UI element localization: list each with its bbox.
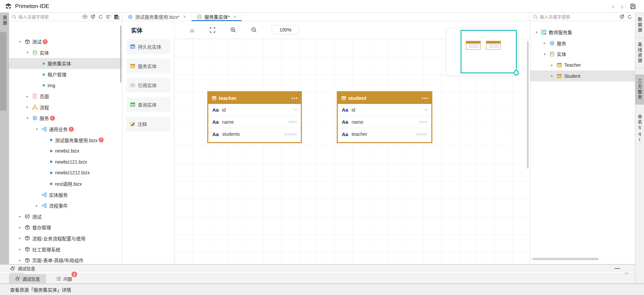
palette-item-query-entity[interactable]: 查询实体: [126, 97, 170, 112]
tree-item[interactable]: ▸ 社工管理系统: [9, 244, 122, 255]
caret-down-icon[interactable]: ▾: [26, 116, 32, 120]
caret-right-icon[interactable]: ▸: [26, 94, 32, 99]
new-module-icon[interactable]: [619, 14, 625, 19]
bottom-tab-debug[interactable]: 调试信息: [9, 274, 46, 283]
left-rail-scroll-thumb[interactable]: [0, 32, 6, 111]
zoom-level-display[interactable]: 100%: [272, 25, 299, 35]
entity-field[interactable]: Aa name name: [208, 116, 301, 128]
tab-entity-editor[interactable]: 服务集实体* ×: [192, 13, 242, 21]
rail-tab-resources[interactable]: 资源: [0, 15, 9, 26]
tree-item[interactable]: ▾ 通用业务 !: [9, 124, 122, 135]
entity-field[interactable]: Aa id id: [208, 104, 301, 116]
caret-right-icon[interactable]: ▸: [551, 63, 556, 67]
tree-item[interactable]: ▸ 流程-业务流程配置与使用: [9, 233, 122, 244]
rail-tab-named-sql[interactable]: 命名Sql: [635, 110, 644, 148]
tree-item[interactable]: rest调用.bizx: [9, 178, 122, 189]
close-icon[interactable]: ×: [233, 14, 236, 19]
tree-item[interactable]: 租户管理: [9, 69, 122, 80]
nav-back-icon[interactable]: ‹: [612, 3, 614, 10]
refresh-icon[interactable]: [98, 14, 103, 19]
tree-item[interactable]: 测试服务集使用.bizx !: [9, 134, 122, 145]
tree-item[interactable]: ▸ Teacher: [530, 60, 635, 71]
caret-right-icon[interactable]: ▸: [19, 247, 24, 251]
debug-panel-header[interactable]: 调试信息 —: [0, 264, 635, 272]
palette-item-persistent-entity[interactable]: 持久化实体: [126, 39, 170, 54]
tree-item[interactable]: ▸ 页面: [9, 91, 122, 102]
refresh-icon[interactable]: [627, 14, 632, 19]
sort-list-icon[interactable]: [106, 14, 111, 19]
rail-tab-third-party-services[interactable]: 三方服务: [635, 74, 644, 105]
tree-item[interactable]: ▾ 实体: [530, 49, 635, 60]
tree-scrollbar[interactable]: [120, 25, 121, 82]
caret-down-icon[interactable]: ▾: [544, 52, 549, 56]
entity-header[interactable]: teacher: [208, 92, 301, 104]
caret-down-icon[interactable]: ▾: [19, 40, 24, 44]
entity-field[interactable]: Aa teacher teacher: [338, 128, 431, 140]
entity-header[interactable]: student: [338, 92, 431, 104]
caret-down-icon[interactable]: ▾: [26, 50, 32, 55]
nav-forward-icon[interactable]: ›: [621, 3, 623, 10]
entity-card-student[interactable]: student Aa id id Aa name name Aa teacher…: [337, 91, 432, 143]
minimap[interactable]: [446, 28, 519, 76]
bottom-tab-problems[interactable]: 问题 1: [50, 274, 78, 283]
palette-item-reference-entity[interactable]: 引用实体: [126, 78, 170, 93]
caret-right-icon[interactable]: ▸: [19, 236, 24, 240]
tree-item[interactable]: newbiz.bizx: [9, 145, 122, 157]
more-menu-icon[interactable]: [291, 98, 298, 99]
tree-item[interactable]: ▸ 流程: [9, 102, 122, 113]
app-title: Primeton-IDE: [15, 3, 49, 10]
rail-tab-offline-resources[interactable]: 离线资源: [635, 38, 644, 68]
translate-icon[interactable]: 文A: [114, 14, 119, 19]
tree-item-selected[interactable]: 服务集实体: [9, 58, 122, 69]
caret-right-icon[interactable]: ▸: [26, 105, 32, 109]
tree-item[interactable]: ▸ 督办管理: [9, 222, 122, 233]
tree-item[interactable]: ▾ 实体: [9, 47, 122, 58]
caret-right-icon[interactable]: ▸: [19, 258, 24, 262]
minimap-resize-handle[interactable]: [514, 70, 519, 75]
tree-item[interactable]: 实体服务: [9, 189, 122, 200]
rail-tab-datasource[interactable]: 数据源: [635, 13, 644, 38]
entity-card-teacher[interactable]: teacher Aa id id Aa name name Aa student…: [207, 91, 302, 143]
entity-field[interactable]: Aa students students: [208, 128, 301, 140]
tree-item[interactable]: newbiz1212.bizx: [9, 167, 122, 178]
tree-item[interactable]: ▾ 服务 !: [9, 113, 122, 124]
entity-field[interactable]: Aa name name: [338, 116, 431, 128]
tab-bizx-file[interactable]: 测试服务集使用.bizx* ×: [122, 13, 192, 21]
caret-right-icon[interactable]: ▸: [544, 41, 549, 45]
tree-item[interactable]: ▸ 页面-表单-高级/布局组件: [9, 255, 122, 264]
new-module-icon[interactable]: [90, 14, 96, 19]
bar-chart-icon[interactable]: [189, 27, 195, 33]
entity-field[interactable]: Aa id id: [338, 104, 431, 116]
caret-down-icon[interactable]: ▾: [36, 127, 41, 131]
palette-item-note[interactable]: 注释: [126, 117, 170, 131]
tree-item[interactable]: ▾ 教师服务集: [530, 27, 635, 38]
tree-item-selected[interactable]: ▸ Student: [530, 70, 635, 81]
minimize-panel-button[interactable]: —: [614, 268, 620, 269]
palette-item-service-entity[interactable]: 服务实体: [126, 59, 170, 73]
zoom-out-icon[interactable]: [251, 27, 257, 33]
caret-right-icon[interactable]: ▸: [19, 225, 24, 230]
right-panel-hscrollbar[interactable]: [532, 258, 599, 260]
tree-item[interactable]: ▸ 服务: [530, 38, 635, 49]
caret-right-icon[interactable]: ▸: [19, 214, 24, 219]
search-input[interactable]: [18, 14, 82, 19]
save-icon[interactable]: [630, 3, 636, 9]
caret-down-icon[interactable]: ▾: [536, 30, 541, 35]
fit-screen-icon[interactable]: [210, 27, 215, 33]
more-menu-icon[interactable]: [422, 98, 428, 99]
ai-icon[interactable]: AI: [82, 15, 88, 19]
search-input[interactable]: [540, 14, 619, 19]
diagram-canvas[interactable]: 100% teacher Aa id id Aa name name Aa st…: [174, 21, 530, 264]
tree-item[interactable]: ▸ 流程事件: [9, 200, 122, 211]
entity-name: student: [348, 95, 366, 101]
zoom-in-icon[interactable]: [230, 27, 236, 33]
minimap-viewport[interactable]: [461, 30, 517, 73]
caret-right-icon[interactable]: ▸: [36, 203, 41, 208]
tree-item[interactable]: ▸ 测试: [9, 211, 122, 222]
tree-item[interactable]: newbiz121.bizx: [9, 157, 122, 168]
tree-item[interactable]: ▾ 测试 !: [9, 36, 122, 47]
caret-right-icon[interactable]: ▸: [551, 74, 556, 78]
close-icon[interactable]: ×: [183, 14, 186, 19]
canvas-scrollbar[interactable]: [527, 41, 529, 169]
tree-item[interactable]: img: [9, 80, 122, 91]
